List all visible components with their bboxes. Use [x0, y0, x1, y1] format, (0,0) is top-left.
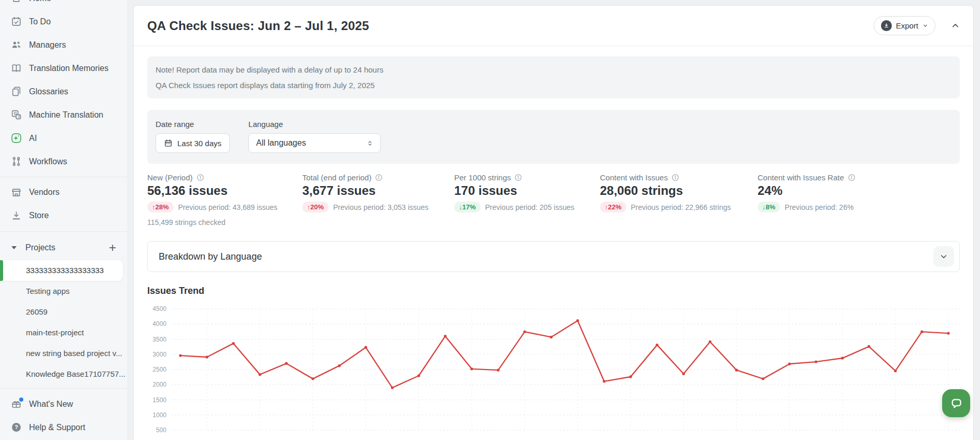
main-content: QA Check Issues: Jun 2 – Jul 1, 2025 Exp…	[127, 0, 980, 440]
stat-value: 28,060 strings	[600, 183, 758, 198]
page-title: QA Check Issues: Jun 2 – Jul 1, 2025	[147, 19, 369, 33]
info-icon[interactable]	[375, 174, 383, 181]
date-range-filter: Date range Last 30 days	[156, 120, 230, 153]
sidebar-item-help-support[interactable]: ? Help & Support	[0, 416, 127, 439]
export-download-icon	[881, 20, 892, 31]
chat-bubble-icon	[949, 396, 963, 410]
breakdown-expand-button[interactable]	[933, 246, 954, 267]
breakdown-by-language-card[interactable]: Breakdown by Language	[147, 241, 960, 272]
report-note: Note! Report data may be displayed with …	[147, 56, 960, 98]
chevron-down-icon	[940, 252, 948, 261]
sidebar-item-label: To Do	[29, 17, 51, 26]
project-list: 333333333333333333 Testing apps 26059 ma…	[0, 260, 127, 385]
y-tick-label: 1500	[152, 396, 166, 404]
project-item-label: 26059	[26, 307, 48, 316]
svg-text:文: 文	[17, 115, 21, 119]
issues-trend-plot[interactable]	[171, 303, 960, 432]
project-item[interactable]: new string based project v...	[0, 343, 127, 364]
sidebar-item-workflows[interactable]: Workflows	[0, 150, 127, 173]
project-item-label: 333333333333333333	[26, 266, 104, 275]
delta-badge: ↑28%	[147, 202, 174, 212]
ai-sparkle-icon	[11, 133, 22, 144]
sidebar-item-glossaries[interactable]: Glossaries	[0, 80, 127, 103]
info-icon[interactable]	[197, 174, 204, 181]
storefront-icon	[11, 187, 22, 198]
stat-label: New (Period)	[147, 173, 193, 182]
info-icon[interactable]	[848, 174, 856, 181]
export-button[interactable]: Export	[874, 16, 935, 35]
help-question-icon: ?	[11, 422, 22, 433]
delta-badge: ↓17%	[454, 202, 481, 212]
delta-badge: ↓8%	[758, 202, 780, 212]
previous-period: Previous period: 26%	[785, 203, 853, 211]
project-item-label: main-test-project	[26, 328, 84, 337]
language-label: Language	[248, 120, 381, 129]
sidebar-item-todo[interactable]: To Do	[0, 10, 127, 33]
chart-y-axis: 45004000350030002500200015001000500	[147, 303, 171, 432]
caret-down-icon	[922, 23, 928, 29]
project-item[interactable]: Testing apps	[0, 281, 127, 302]
sidebar-item-machine-translation[interactable]: G文 Machine Translation	[0, 103, 127, 126]
y-tick-label: 500	[156, 427, 166, 434]
sidebar-item-label: Workflows	[29, 157, 67, 166]
info-icon[interactable]	[514, 174, 522, 181]
sidebar-item-store[interactable]: Store	[0, 204, 127, 228]
stat-value: 24%	[758, 183, 960, 198]
project-item[interactable]: Knowledge Base17107757...	[0, 364, 127, 385]
open-book-icon	[11, 63, 22, 74]
language-select[interactable]: All languages	[248, 133, 381, 153]
collapse-report-button[interactable]	[951, 21, 960, 30]
y-tick-label: 2500	[152, 366, 166, 373]
strings-checked: 115,499 strings checked	[147, 218, 302, 226]
sidebar-item-translation-memories[interactable]: Translation Memories	[0, 56, 127, 80]
chevron-up-icon	[951, 21, 960, 30]
project-item-selected[interactable]: 333333333333333333	[0, 260, 123, 281]
stat-label: Content with Issues	[600, 173, 668, 182]
filters: Date range Last 30 days Language All lan…	[147, 110, 960, 164]
project-item[interactable]: 26059	[0, 302, 127, 322]
chat-widget-button[interactable]	[942, 389, 970, 417]
add-project-button[interactable]: +	[109, 242, 116, 254]
date-range-button[interactable]: Last 30 days	[156, 133, 230, 153]
previous-period: Previous period: 205 issues	[485, 203, 575, 211]
report-card: QA Check Issues: Jun 2 – Jul 1, 2025 Exp…	[133, 5, 974, 440]
todo-calendar-icon	[11, 16, 22, 27]
info-icon[interactable]	[671, 174, 679, 181]
language-select-value: All languages	[256, 138, 306, 148]
projects-section-header: Projects +	[0, 239, 127, 256]
previous-period: Previous period: 43,689 issues	[178, 203, 277, 211]
project-item-label: Testing apps	[26, 287, 69, 295]
stat-value: 56,136 issues	[147, 183, 302, 198]
sidebar-item-label: Machine Translation	[29, 110, 103, 120]
sidebar-item-label: What's New	[29, 400, 73, 409]
date-range-label: Date range	[156, 120, 230, 129]
machine-translation-icon: G文	[11, 109, 22, 120]
glossary-book-icon	[11, 86, 22, 97]
stat-content-with-issues-rate: Content with Issues Rate 24% ↓8% Previou…	[758, 173, 960, 226]
sidebar-item-home[interactable]: Home	[0, 0, 127, 10]
delta-badge: ↑22%	[600, 202, 626, 212]
y-tick-label: 1000	[152, 411, 166, 419]
projects-collapse-caret-icon[interactable]	[11, 246, 17, 249]
report-header: QA Check Issues: Jun 2 – Jul 1, 2025 Exp…	[134, 6, 973, 46]
project-item[interactable]: main-test-project	[0, 322, 127, 343]
note-line-2: QA Check Issues report displays data sta…	[156, 81, 951, 90]
stat-total-end-of-period: Total (end of period) 3,677 issues ↑20% …	[302, 173, 454, 226]
sidebar-divider	[0, 177, 127, 177]
stat-new-period: New (Period) 56,136 issues ↑28% Previous…	[147, 173, 302, 226]
home-icon	[11, 0, 22, 4]
sidebar-footer: What's New ? Help & Support	[0, 385, 127, 440]
calendar-icon	[164, 139, 173, 148]
sidebar-divider	[0, 388, 127, 389]
project-item-label: Knowledge Base17107757...	[26, 370, 125, 378]
sidebar-item-managers[interactable]: Managers	[0, 33, 127, 56]
sidebar-item-label: Home	[29, 0, 51, 3]
selected-indicator-bar	[0, 260, 3, 281]
managers-people-icon	[11, 39, 22, 50]
delta-badge: ↑20%	[302, 202, 329, 212]
sidebar-item-whats-new[interactable]: What's New	[0, 392, 127, 416]
y-tick-label: 3500	[152, 336, 166, 343]
sidebar-item-ai[interactable]: AI	[0, 126, 127, 150]
line-chart-svg	[171, 303, 960, 432]
sidebar-item-vendors[interactable]: Vendors	[0, 181, 127, 204]
